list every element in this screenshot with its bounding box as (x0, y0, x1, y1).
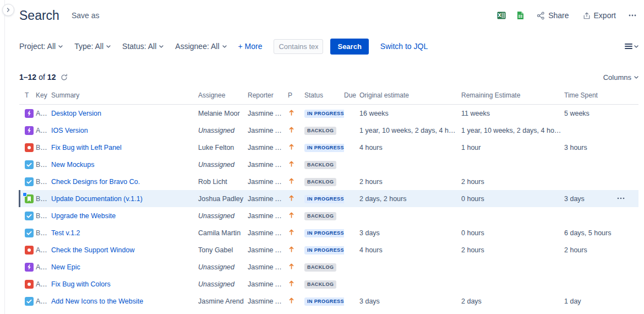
issue-summary-link[interactable]: Check Designs for Bravo Co. (51, 178, 140, 186)
assignee-cell: Unassigned (198, 280, 248, 288)
table-row[interactable]: AP-6 Desktop Version Melanie Moor Jasmin… (19, 105, 638, 122)
chevron-down-icon (58, 45, 63, 48)
assignee-cell: Joshua Padley (198, 195, 248, 203)
status-badge: IN PROGRESS (304, 297, 344, 306)
issue-key-link[interactable]: AP-2 (36, 280, 51, 288)
column-header-status[interactable]: Status (304, 91, 344, 99)
issue-key-link[interactable]: BP-3 (36, 195, 51, 203)
switch-to-jql-link[interactable]: Switch to JQL (380, 42, 428, 51)
issue-summary-link[interactable]: Desktop Version (51, 110, 101, 117)
column-header-p[interactable]: P (288, 91, 304, 99)
epic-issue-type-icon (25, 109, 34, 118)
sidebar-expand-button[interactable] (2, 4, 14, 16)
table-row[interactable]: BP-3 Update Documentation (v.1.1) Joshua… (19, 190, 638, 207)
bug-issue-type-icon (25, 143, 34, 152)
issue-summary-link[interactable]: Fix Bug with Left Panel (51, 144, 122, 151)
table-row[interactable]: AP-3 New Epic Unassigned Jasmine Arend B… (19, 258, 638, 275)
refresh-icon (61, 74, 68, 81)
issue-key-link[interactable]: BP-6 (36, 144, 51, 151)
table-row[interactable]: BP-2 Upgrade the Website Unassigned Jasm… (19, 207, 638, 224)
time-spent-cell: 5 weeks (564, 110, 616, 117)
reporter-cell: Jasmine Arend (248, 212, 288, 220)
issue-summary-link[interactable]: Add New Icons to the Website (51, 297, 143, 305)
save-as-button[interactable]: Save as (72, 11, 100, 20)
reporter-cell: Jasmine Arend (248, 178, 288, 186)
issue-key-link[interactable]: AP-6 (36, 110, 51, 117)
remaining-estimate-cell: 0 hours (461, 229, 564, 237)
issue-summary-link[interactable]: Upgrade the Website (51, 212, 116, 220)
filter-dropdown-2[interactable]: Status: All (122, 42, 163, 51)
share-button[interactable]: Share (533, 10, 572, 21)
columns-dropdown[interactable]: Columns (603, 73, 638, 82)
table-row[interactable]: BP-4 Check Designs for Bravo Co. Rob Lic… (19, 173, 638, 190)
refresh-button[interactable] (61, 74, 68, 81)
original-estimate-cell: 1 year, 10 weeks, 2 days, 4 hours (359, 127, 461, 134)
column-header-assignee[interactable]: Assignee (198, 91, 248, 99)
priority-up-icon (288, 160, 295, 167)
status-badge: IN PROGRESS (304, 229, 344, 237)
issue-key-link[interactable]: AP-4 (36, 246, 51, 254)
remaining-estimate-cell: 2 days (461, 297, 564, 305)
column-header-rem[interactable]: Remaining Estimate (461, 91, 564, 99)
issue-key-link[interactable]: BP-1 (36, 229, 51, 237)
status-badge: BACKLOG (304, 263, 336, 272)
column-header-time[interactable]: Time Spent (564, 91, 616, 99)
table-row[interactable]: AP-1 Add New Icons to the Website Jasmin… (19, 293, 638, 310)
issue-key-link[interactable]: BP-5 (36, 161, 51, 169)
priority-up-icon (288, 143, 295, 150)
table-row[interactable]: BP-6 Fix Bug with Left Panel Luke Felton… (19, 139, 638, 156)
filter-dropdowns: Project: AllType: AllStatus: AllAssignee… (19, 42, 227, 51)
more-criteria-button[interactable]: + More (238, 42, 263, 51)
issue-summary-link[interactable]: Update Documentation (v.1.1) (51, 195, 143, 203)
issue-summary-link[interactable]: New Mockups (51, 161, 95, 169)
issue-summary-link[interactable]: New Epic (51, 263, 80, 271)
export-button[interactable]: Export (580, 10, 619, 21)
column-header-reporter[interactable]: Reporter (248, 91, 288, 99)
list-view-toggle[interactable] (625, 43, 638, 50)
column-header-summary[interactable]: Summary (51, 91, 198, 99)
column-header-orig[interactable]: Original estimate (359, 91, 461, 99)
issue-key-link[interactable]: AP-5 (36, 127, 51, 134)
table-row[interactable]: AP-4 Check the Support Window Tony Gabel… (19, 241, 638, 258)
issue-summary-link[interactable]: Test v.1.2 (51, 229, 80, 237)
issue-key-link[interactable]: AP-3 (36, 263, 51, 271)
reporter-cell: Jasmine Arend (248, 144, 288, 151)
issue-key-link[interactable]: BP-2 (36, 212, 51, 220)
results-range: 1–12 (19, 73, 36, 82)
priority-up-icon (288, 280, 295, 287)
issue-summary-link[interactable]: Fix Bug with Colors (51, 280, 111, 288)
share-icon (537, 12, 545, 20)
issue-summary-link[interactable]: Check the Support Window (51, 246, 134, 254)
task-issue-type-icon (25, 212, 34, 220)
assignee-cell: Unassigned (198, 212, 248, 220)
table-row[interactable]: BP-1 Test v.1.2 Camila Martin Jasmine Ar… (19, 224, 638, 241)
issue-summary-link[interactable]: IOS Version (51, 127, 88, 134)
column-header-key[interactable]: Key (36, 91, 51, 99)
issue-key-link[interactable]: BP-4 (36, 178, 51, 186)
filter-dropdown-1[interactable]: Type: All (74, 42, 111, 51)
page-header: Search Save as X Share Export (19, 0, 638, 24)
reporter-cell: Jasmine Arend (248, 263, 288, 271)
issue-key-link[interactable]: AP-1 (36, 297, 51, 305)
table-row[interactable]: AP-2 Fix Bug with Colors Unassigned Jasm… (19, 275, 638, 293)
row-actions-button[interactable] (616, 196, 625, 201)
excel-export-icon[interactable]: X (495, 10, 507, 21)
priority-up-icon (288, 212, 295, 219)
remaining-estimate-cell: 1 hour (461, 144, 564, 151)
search-button[interactable]: Search (330, 39, 368, 55)
table-row[interactable]: AP-5 IOS Version Unassigned Jasmine Aren… (19, 122, 638, 139)
export-icon (583, 12, 591, 20)
column-header-actions[interactable] (616, 91, 638, 99)
column-header-due[interactable]: Due (344, 91, 359, 99)
original-estimate-cell: 16 weeks (359, 110, 461, 117)
more-actions-button[interactable] (626, 10, 638, 20)
chevron-down-icon (222, 45, 227, 48)
column-header-t[interactable]: T (19, 91, 36, 99)
chevron-down-icon (634, 76, 638, 79)
status-badge: IN PROGRESS (304, 144, 344, 152)
filter-dropdown-3[interactable]: Assignee: All (175, 42, 226, 51)
filter-dropdown-0[interactable]: Project: All (19, 42, 63, 51)
sheet-export-icon[interactable] (515, 10, 526, 21)
contains-text-input[interactable] (274, 39, 323, 54)
table-row[interactable]: BP-5 New Mockups Unassigned Jasmine Aren… (19, 156, 638, 173)
